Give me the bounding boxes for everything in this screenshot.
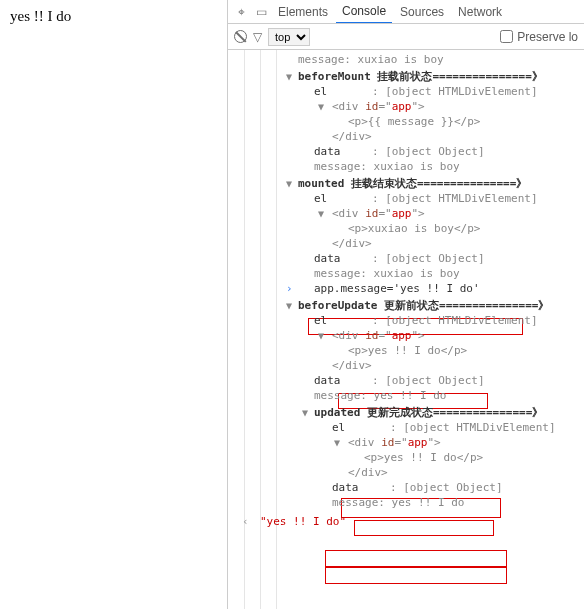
group-beforeMount[interactable]: ▼beforeMount 挂载前状态===============》 (228, 69, 584, 84)
triangle-down-icon[interactable]: ▼ (318, 206, 324, 221)
context-select[interactable]: top (268, 28, 310, 46)
highlight-box (325, 567, 507, 584)
console-input-echo: › app.message='yes !! I do' (228, 281, 584, 296)
page-text: yes !! I do (10, 8, 71, 24)
tab-elements[interactable]: Elements (272, 0, 334, 24)
devtools-panel: ⌖ ▭ Elements Console Sources Network ▽ t… (227, 0, 584, 609)
preserve-log-checkbox[interactable]: Preserve lo (500, 30, 578, 44)
log-line[interactable]: ▼<div id="app"> (228, 99, 584, 114)
log-line: message: yes !! I do (228, 495, 584, 510)
log-line: el: [object HTMLDivElement] (228, 420, 584, 435)
log-line: <p>yes !! I do</p> (228, 343, 584, 358)
clear-console-icon[interactable] (234, 30, 247, 43)
triangle-down-icon[interactable]: ▼ (318, 99, 324, 114)
devtools-tabbar: ⌖ ▭ Elements Console Sources Network (228, 0, 584, 24)
filter-icon[interactable]: ▽ (253, 30, 262, 44)
triangle-down-icon[interactable]: ▼ (286, 298, 292, 313)
device-toggle-icon[interactable]: ▭ (252, 5, 270, 19)
return-icon: ‹ (242, 514, 249, 529)
log-line: <p>{{ message }}</p> (228, 114, 584, 129)
page-content: yes !! I do (0, 0, 227, 609)
log-line: data: [object Object] (228, 373, 584, 388)
console-output[interactable]: message: xuxiao is boy ▼beforeMount 挂载前状… (228, 50, 584, 609)
log-line: message: yes !! I do (228, 388, 584, 403)
log-line: el: [object HTMLDivElement] (228, 191, 584, 206)
triangle-down-icon[interactable]: ▼ (302, 405, 308, 420)
log-line[interactable]: ▼<div id="app"> (228, 206, 584, 221)
log-line: el: [object HTMLDivElement] (228, 313, 584, 328)
log-line[interactable]: ▼<div id="app"> (228, 328, 584, 343)
log-line: </div> (228, 129, 584, 144)
console-return: ‹ "yes !! I do" (228, 514, 584, 529)
log-line: <p>yes !! I do</p> (228, 450, 584, 465)
tab-console[interactable]: Console (336, 0, 392, 24)
highlight-box (325, 550, 507, 567)
log-line: data: [object Object] (228, 144, 584, 159)
log-line: data: [object Object] (228, 251, 584, 266)
triangle-down-icon[interactable]: ▼ (334, 435, 340, 450)
inspect-icon[interactable]: ⌖ (232, 5, 250, 19)
log-line: message: xuxiao is boy (228, 266, 584, 281)
triangle-down-icon[interactable]: ▼ (318, 328, 324, 343)
log-line: el: [object HTMLDivElement] (228, 84, 584, 99)
log-line: message: xuxiao is boy (228, 52, 584, 67)
log-line[interactable]: ▼<div id="app"> (228, 435, 584, 450)
preserve-log-input[interactable] (500, 30, 513, 43)
group-beforeUpdate[interactable]: ▼beforeUpdate 更新前状态===============》 (228, 298, 584, 313)
group-mounted[interactable]: ▼mounted 挂载结束状态===============》 (228, 176, 584, 191)
prompt-icon: › (286, 281, 293, 296)
log-line: </div> (228, 465, 584, 480)
log-line: data: [object Object] (228, 480, 584, 495)
tab-sources[interactable]: Sources (394, 0, 450, 24)
preserve-log-label: Preserve lo (517, 30, 578, 44)
console-filterbar: ▽ top Preserve lo (228, 24, 584, 50)
log-line: </div> (228, 236, 584, 251)
log-line: </div> (228, 358, 584, 373)
triangle-down-icon[interactable]: ▼ (286, 176, 292, 191)
triangle-down-icon[interactable]: ▼ (286, 69, 292, 84)
group-updated[interactable]: ▼updated 更新完成状态===============》 (228, 405, 584, 420)
tab-network[interactable]: Network (452, 0, 508, 24)
log-line: <p>xuxiao is boy</p> (228, 221, 584, 236)
log-line: message: xuxiao is boy (228, 159, 584, 174)
